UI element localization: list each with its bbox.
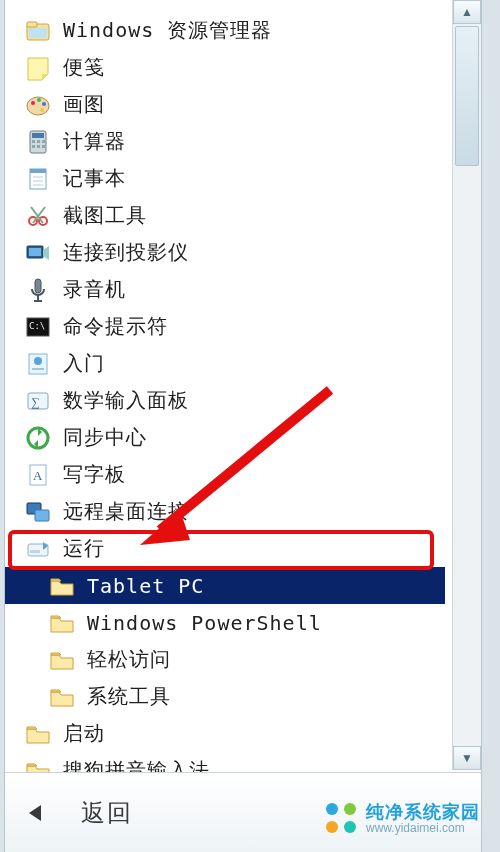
folder-icon: [49, 610, 75, 636]
sticky-note-icon: [25, 55, 51, 81]
svg-point-6: [42, 102, 46, 106]
scroll-thumb[interactable]: [455, 26, 479, 166]
item-label: 系统工具: [87, 683, 171, 710]
sync-center-icon: [25, 425, 51, 451]
svg-rect-2: [29, 28, 47, 38]
snipping-icon: [25, 203, 51, 229]
item-calculator[interactable]: 计算器: [5, 123, 445, 160]
item-label: 数学输入面板: [63, 387, 189, 414]
scroll-down-button[interactable]: ▼: [453, 746, 481, 770]
item-ease-of-access[interactable]: 轻松访问: [5, 641, 445, 678]
item-label: 写字板: [63, 461, 126, 488]
back-label: 返回: [81, 797, 133, 829]
svg-rect-13: [32, 145, 35, 148]
svg-text:A: A: [33, 468, 43, 483]
item-label: 记事本: [63, 165, 126, 192]
vertical-scrollbar[interactable]: ▲ ▼: [452, 0, 481, 770]
item-remote-desktop[interactable]: 远程桌面连接: [5, 493, 445, 530]
item-tablet-pc[interactable]: Tablet PC: [5, 567, 445, 604]
item-sticky[interactable]: 便笺: [5, 49, 445, 86]
folder-icon: [25, 721, 51, 747]
wordpad-icon: A: [25, 462, 51, 488]
svg-point-4: [31, 101, 35, 105]
notepad-icon: [25, 166, 51, 192]
projector-icon: [25, 240, 51, 266]
item-label: Windows 资源管理器: [63, 17, 272, 44]
item-explorer[interactable]: Windows 资源管理器: [5, 12, 445, 49]
item-label: 录音机: [63, 276, 126, 303]
item-getting-started[interactable]: 入门: [5, 345, 445, 382]
recorder-icon: [25, 277, 51, 303]
svg-rect-1: [27, 22, 37, 27]
watermark-logo-icon: [324, 801, 360, 837]
run-icon: [25, 536, 51, 562]
item-label: 截图工具: [63, 202, 147, 229]
svg-text:∑: ∑: [31, 395, 40, 409]
svg-rect-15: [42, 145, 45, 148]
cmd-icon: C:\: [25, 314, 51, 340]
explorer-icon: [25, 18, 51, 44]
svg-rect-11: [37, 140, 40, 143]
calculator-icon: [25, 129, 51, 155]
item-label: 启动: [63, 720, 105, 747]
watermark-url: www.yidaimei.com: [366, 822, 480, 835]
item-label: 便笺: [63, 54, 105, 81]
svg-rect-14: [37, 145, 40, 148]
svg-rect-12: [42, 140, 45, 143]
item-cmd[interactable]: C:\ 命令提示符: [5, 308, 445, 345]
item-label: 轻松访问: [87, 646, 171, 673]
item-math-input[interactable]: ∑ 数学输入面板: [5, 382, 445, 419]
svg-rect-10: [32, 140, 35, 143]
getting-started-icon: [25, 351, 51, 377]
svg-text:C:\: C:\: [29, 321, 45, 331]
item-notepad[interactable]: 记事本: [5, 160, 445, 197]
item-run[interactable]: 运行: [5, 530, 445, 567]
folder-icon: [49, 647, 75, 673]
svg-rect-17: [30, 169, 46, 173]
item-powershell[interactable]: Windows PowerShell: [5, 604, 445, 641]
watermark-title: 纯净系统家园: [366, 803, 480, 823]
item-system-tools[interactable]: 系统工具: [5, 678, 445, 715]
item-snipping[interactable]: 截图工具: [5, 197, 445, 234]
item-wordpad[interactable]: A 写字板: [5, 456, 445, 493]
math-input-icon: ∑: [25, 388, 51, 414]
item-label: 连接到投影仪: [63, 239, 189, 266]
item-recorder[interactable]: 录音机: [5, 271, 445, 308]
svg-rect-26: [29, 248, 41, 256]
watermark: 纯净系统家园 www.yidaimei.com: [324, 792, 494, 846]
svg-point-33: [34, 357, 42, 365]
item-label: 命令提示符: [63, 313, 168, 340]
item-startup[interactable]: 启动: [5, 715, 445, 752]
item-label: 远程桌面连接: [63, 498, 189, 525]
svg-rect-27: [35, 279, 41, 293]
scroll-up-button[interactable]: ▲: [453, 0, 481, 24]
item-label: 计算器: [63, 128, 126, 155]
paint-icon: [25, 92, 51, 118]
item-label: 同步中心: [63, 424, 147, 451]
folder-icon: [49, 573, 75, 599]
svg-point-5: [37, 98, 41, 102]
start-menu-window: Windows 资源管理器 便笺 画图 计算器 记事本: [4, 0, 482, 852]
svg-rect-9: [32, 133, 44, 138]
item-label: 运行: [63, 535, 105, 562]
svg-point-7: [40, 108, 44, 112]
item-sync-center[interactable]: 同步中心: [5, 419, 445, 456]
folder-icon: [49, 684, 75, 710]
item-label: Tablet PC: [87, 574, 204, 598]
svg-rect-43: [30, 550, 40, 553]
item-label: 入门: [63, 350, 105, 377]
back-arrow-icon: [29, 805, 45, 821]
programs-list: Windows 资源管理器 便笺 画图 计算器 记事本: [5, 0, 445, 770]
item-label: Windows PowerShell: [87, 611, 322, 635]
item-paint[interactable]: 画图: [5, 86, 445, 123]
svg-rect-41: [35, 510, 49, 521]
remote-desktop-icon: [25, 499, 51, 525]
item-projector[interactable]: 连接到投影仪: [5, 234, 445, 271]
svg-rect-34: [32, 368, 44, 370]
item-label: 画图: [63, 91, 105, 118]
